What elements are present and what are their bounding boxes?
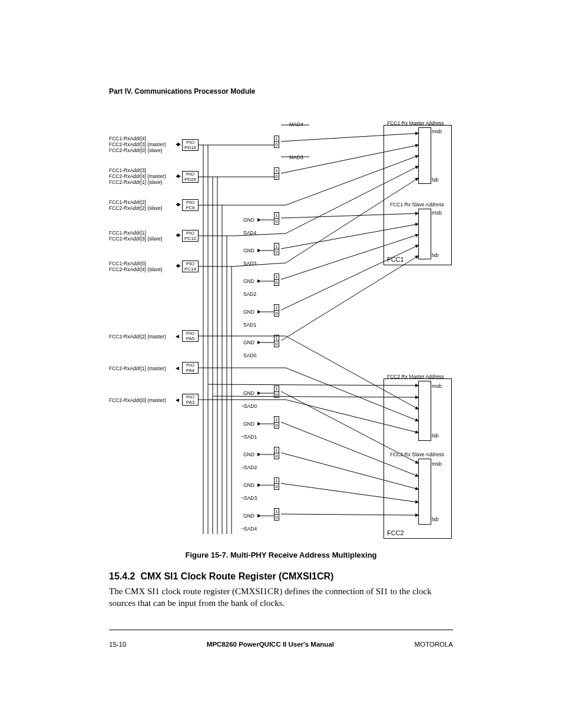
ll-3-1: FCC2-RxAddr[3] (slave) — [109, 236, 163, 242]
mux-top-0-1: 1 — [274, 136, 279, 141]
mux-bot-4: 1 0 — [274, 508, 279, 521]
ll-7-0: FCC2-RxAddr[0] (master) — [109, 397, 166, 403]
pio-3-1: PC12 — [184, 236, 196, 241]
mux-bot-1-1: 1 — [274, 416, 279, 422]
pio-5: PIO PA5 — [182, 330, 199, 342]
mux-mid-1-0: 0 — [274, 249, 279, 255]
ar-bgnd-4 — [257, 514, 261, 518]
arrow-r-1 — [177, 174, 181, 178]
mux-mid-2-1: 1 — [274, 274, 279, 279]
part-header: Part IV. Communications Processor Module — [109, 87, 453, 95]
arrow-r-4 — [177, 264, 181, 268]
footer-left: 15-10 — [109, 641, 126, 648]
pio-4: PIO PC14 — [182, 261, 199, 272]
sig-bgnd-3: GND — [243, 482, 254, 488]
mux-top-1-1: 1 — [274, 167, 279, 173]
section-body: The CMX SI1 clock route register (CMXSI1… — [109, 585, 453, 610]
fcc2-slave-msb: msb — [432, 461, 442, 467]
sig-gnd-1: GND — [243, 248, 254, 253]
arrow-r-2 — [177, 203, 181, 206]
section-heading: 15.4.2 CMX SI1 Clock Route Register (CMX… — [109, 571, 453, 582]
fcc2-master-msb: msb — [432, 383, 442, 389]
ll-1-1: FCC2-RxAddr[4] (master) — [109, 173, 166, 179]
mux-bot-2-0: 0 — [274, 453, 279, 459]
fcc2-label: FCC2 — [387, 529, 404, 536]
mux-bot-4-0: 0 — [274, 514, 279, 521]
sig-mad3: MAD3 — [289, 154, 303, 160]
pio-6-1: PA4 — [186, 368, 195, 373]
mux-bot-0: 1 0 — [274, 386, 279, 398]
left-label-0: FCC1-RxAddr[4] FCC2-RxAddr[3] (master) F… — [109, 136, 166, 153]
arrow-l-6 — [176, 367, 179, 370]
fcc1-master-addr-box — [418, 127, 431, 184]
pio-0-1: PD18 — [184, 145, 196, 150]
fcc2-box — [384, 378, 452, 539]
sig-bgnd-0: GND — [243, 390, 254, 396]
fcc1-label: FCC1 — [387, 256, 404, 263]
ll-3-0: FCC1-RxAddr[1] — [109, 230, 146, 236]
fcc1-slave-msb: msb — [432, 210, 442, 216]
sig-gnd-3: GND — [243, 309, 254, 315]
mux-mid-4-0: 0 — [274, 341, 279, 347]
fcc2-slave-addr-label: FCC2 Rx Slave Address — [390, 452, 444, 457]
mux-bot-2-1: 1 — [274, 447, 279, 453]
pio-6: PIO PA4 — [182, 362, 199, 374]
mux-mid-0-0: 0 — [274, 218, 279, 225]
left-label-6: FCC2-RxAddr[1] (master) — [109, 365, 166, 371]
left-label-2: FCC1-RxAddr[2] FCC2-RxAddr[2] (slave) — [109, 199, 163, 211]
ll-6-0: FCC2-RxAddr[1] (master) — [109, 365, 166, 371]
left-label-4: FCC1-RxAddr[0] FCC2-RxAddr[4] (slave) — [109, 261, 163, 272]
pio-2-0: PIO — [186, 200, 194, 205]
mux-top-1-0: 0 — [274, 173, 279, 180]
fcc2-master-lsb: lsb — [432, 433, 439, 439]
fcc1-box — [384, 125, 452, 265]
mux-bot-0-0: 0 — [274, 391, 279, 398]
footer: 15-10 MPC8260 PowerQUICC II User's Manua… — [109, 630, 453, 648]
sig-sad4: SAD4 — [243, 230, 256, 236]
mux-mid-0-1: 1 — [274, 212, 279, 218]
mux-bot-1: 1 0 — [274, 416, 279, 429]
sig-nsad1: ¬SAD1 — [241, 434, 257, 440]
fcc1-slave-addr-box — [418, 209, 431, 259]
mux-bot-0-1: 1 — [274, 386, 279, 391]
footer-center: MPC8260 PowerQUICC II User's Manual — [207, 641, 334, 648]
ar-gnd-3 — [257, 310, 261, 314]
fcc2-slave-addr-box — [418, 459, 431, 525]
sig-nsad2: ¬SAD2 — [241, 465, 257, 470]
figure-caption: Figure 15-7. Multi-PHY Receive Address M… — [109, 551, 453, 559]
sig-sad2: SAD2 — [243, 291, 256, 297]
sig-nsad0: ¬SAD0 — [241, 403, 257, 409]
footer-right: MOTOROLA — [414, 641, 453, 648]
pio-6-0: PIO — [186, 363, 194, 368]
fcc1-master-addr-label: FCC1 Rx Master Address — [387, 120, 444, 126]
sig-sad0: SAD0 — [243, 353, 256, 358]
mux-bot-2: 1 0 — [274, 447, 279, 459]
pio-1-0: PIO — [186, 172, 194, 177]
fcc2-master-addr-box — [418, 381, 431, 441]
sig-sad3: SAD3 — [243, 261, 256, 266]
pio-3-0: PIO — [186, 230, 194, 236]
fcc1-slave-addr-label: FCC1 Rx Slave Address — [390, 202, 444, 207]
sig-nsad4: ¬SAD4 — [241, 526, 257, 532]
pio-1: PIO PD29 — [182, 171, 199, 183]
diagram: FCC1 FCC1 Rx Master Address msb lsb FCC1… — [109, 121, 453, 546]
pio-0-0: PIO — [186, 140, 194, 145]
ll-0-2: FCC2-RxAddr[0] (slave) — [109, 147, 163, 153]
sig-sad1: SAD1 — [243, 322, 256, 328]
ar-bgnd-1 — [257, 422, 261, 426]
fcc1-master-msb: msb — [432, 129, 442, 134]
pio-5-0: PIO — [186, 331, 194, 336]
mux-mid-3: 1 0 — [274, 304, 279, 317]
ll-0-1: FCC2-RxAddr[3] (master) — [109, 141, 166, 147]
ar-gnd-1 — [257, 249, 261, 252]
fcc2-slave-lsb: lsb — [432, 516, 439, 522]
mux-bot-4-1: 1 — [274, 508, 279, 514]
mux-mid-2: 1 0 — [274, 274, 279, 286]
ar-gnd-2 — [257, 279, 261, 283]
mux-mid-3-0: 0 — [274, 310, 279, 317]
ll-1-0: FCC1-RxAddr[3] — [109, 167, 146, 173]
sig-nsad3: ¬SAD3 — [241, 495, 257, 501]
fcc1-slave-lsb: lsb — [432, 252, 439, 258]
mux-mid-3-1: 1 — [274, 304, 279, 310]
pio-7: PIO PA3 — [182, 394, 199, 406]
